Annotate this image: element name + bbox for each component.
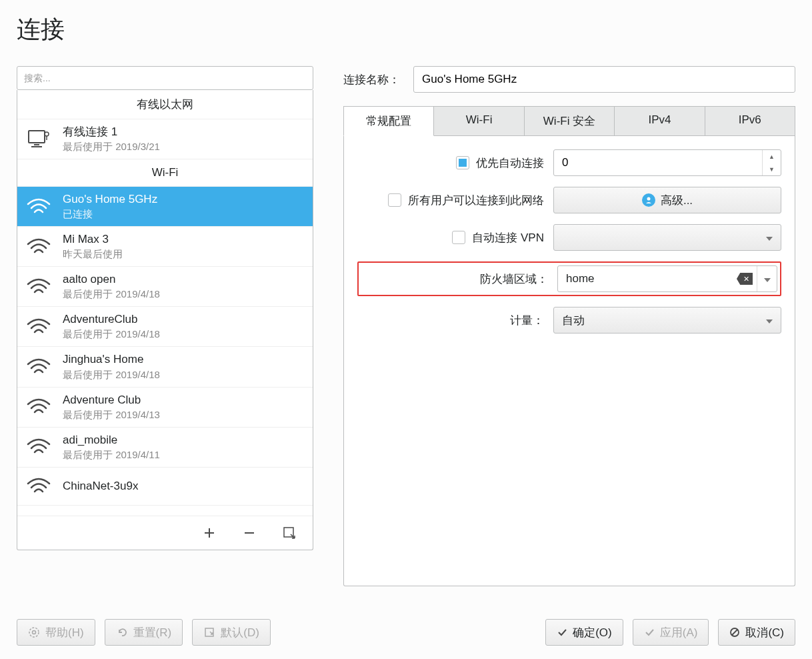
all-users-label: 所有用户可以连接到此网络 <box>408 193 544 208</box>
vpn-select[interactable] <box>553 224 781 251</box>
list-item[interactable]: Guo's Home 5GHz 已连接 <box>17 187 313 227</box>
connection-name-label: 连接名称： <box>343 72 400 87</box>
conn-sub: 最后使用于 2019/3/21 <box>63 139 160 153</box>
list-item[interactable]: Mi Max 3 昨天最后使用 <box>17 227 313 267</box>
help-button[interactable]: 帮助(H) <box>17 619 95 646</box>
connection-list[interactable]: 有线以太网 有线连接 1 最后使用于 2019/3/21 Wi-Fi <box>17 90 313 516</box>
stepper-down[interactable]: ▼ <box>763 163 781 175</box>
conn-sub: 昨天最后使用 <box>63 247 123 261</box>
wifi-icon <box>25 354 52 380</box>
conn-name: aalto open <box>63 272 160 287</box>
firewall-zone-label: 防火墙区域： <box>480 271 548 287</box>
tab-ipv6[interactable]: IPv6 <box>705 106 795 136</box>
zone-value: home <box>566 272 737 285</box>
reset-button[interactable]: 重置(R) <box>105 619 183 646</box>
connection-name-input[interactable] <box>413 66 795 93</box>
wifi-icon <box>25 394 52 420</box>
svg-rect-1 <box>34 144 39 145</box>
conn-name: Adventure Club <box>63 393 160 408</box>
wifi-icon <box>25 233 52 260</box>
add-button[interactable] <box>199 523 219 543</box>
list-item[interactable]: adi_mobile 最后使用于 2019/4/11 <box>17 428 313 468</box>
cancel-icon <box>729 627 740 638</box>
check-icon <box>644 627 655 638</box>
tabs: 常规配置 Wi-Fi Wi-Fi 安全 IPv4 IPv6 <box>343 106 795 136</box>
page-title: 连接 <box>0 0 812 66</box>
conn-sub: 最后使用于 2019/4/13 <box>63 408 160 422</box>
remove-button[interactable] <box>239 523 259 543</box>
svg-rect-12 <box>205 628 213 636</box>
svg-point-11 <box>33 631 36 634</box>
conn-name: Mi Max 3 <box>63 232 123 247</box>
wifi-icon <box>25 434 52 460</box>
tab-wifi[interactable]: Wi-Fi <box>434 106 524 136</box>
metered-select[interactable]: 自动 <box>553 307 781 334</box>
auto-vpn-label: 自动连接 VPN <box>472 230 544 245</box>
conn-name: AdventureClub <box>63 312 160 327</box>
tab-wifi-security[interactable]: Wi-Fi 安全 <box>525 106 615 136</box>
help-icon <box>28 626 40 638</box>
tab-general[interactable]: 常规配置 <box>343 106 434 136</box>
list-item[interactable]: Jinghua's Home 最后使用于 2019/4/18 <box>17 347 313 387</box>
user-icon <box>642 193 655 207</box>
list-item[interactable]: 有线连接 1 最后使用于 2019/3/21 <box>17 119 313 159</box>
cancel-button[interactable]: 取消(C) <box>718 619 795 646</box>
firewall-zone-select[interactable]: home ✕ <box>557 265 777 292</box>
svg-point-9 <box>647 197 650 201</box>
export-button[interactable] <box>279 523 299 543</box>
ok-button[interactable]: 确定(O) <box>545 619 623 646</box>
conn-name: adi_mobile <box>63 433 160 448</box>
general-panel: 优先自动连接 ▲ ▼ 所有用户可以连接到此网络 <box>343 136 795 586</box>
chevron-down-icon <box>766 231 773 244</box>
stepper-up[interactable]: ▲ <box>763 150 781 163</box>
wifi-icon <box>25 193 52 220</box>
svg-line-14 <box>732 630 737 635</box>
chevron-down-icon <box>766 313 773 327</box>
conn-name: Guo's Home 5GHz <box>63 192 157 207</box>
metered-value: 自动 <box>562 313 585 328</box>
svg-point-10 <box>29 628 39 637</box>
undo-icon <box>116 626 128 638</box>
chevron-down-icon[interactable] <box>757 266 777 291</box>
list-item[interactable]: AdventureClub 最后使用于 2019/4/18 <box>17 307 313 347</box>
section-header-wifi: Wi-Fi <box>17 159 313 187</box>
tab-ipv4[interactable]: IPv4 <box>615 106 705 136</box>
clear-icon[interactable]: ✕ <box>737 273 753 285</box>
apply-button[interactable]: 应用(A) <box>633 619 709 646</box>
ethernet-icon <box>25 126 52 153</box>
conn-sub: 最后使用于 2019/4/18 <box>63 287 160 301</box>
conn-sub: 已连接 <box>63 207 157 221</box>
svg-rect-2 <box>31 146 42 147</box>
search-input[interactable] <box>17 66 313 90</box>
conn-sub: 最后使用于 2019/4/11 <box>63 448 160 462</box>
auto-connect-label: 优先自动连接 <box>476 155 544 171</box>
auto-connect-checkbox[interactable] <box>456 156 469 169</box>
conn-sub: 最后使用于 2019/4/18 <box>63 368 160 382</box>
all-users-checkbox[interactable] <box>388 193 401 207</box>
svg-rect-0 <box>29 131 45 143</box>
priority-stepper[interactable]: ▲ ▼ <box>553 149 781 176</box>
advanced-button[interactable]: 高级... <box>553 187 781 213</box>
conn-name: ChinaNet-3u9x <box>63 479 138 494</box>
wifi-icon <box>25 473 52 500</box>
wifi-icon <box>25 273 52 300</box>
conn-sub: 最后使用于 2019/4/18 <box>63 327 160 341</box>
default-button[interactable]: 默认(D) <box>192 619 271 646</box>
section-header-ethernet: 有线以太网 <box>17 90 313 119</box>
conn-name: 有线连接 1 <box>63 125 160 139</box>
advanced-label: 高级... <box>661 193 693 208</box>
priority-input[interactable] <box>554 156 762 169</box>
list-item[interactable]: aalto open 最后使用于 2019/4/18 <box>17 267 313 307</box>
list-item[interactable]: Adventure Club 最后使用于 2019/4/13 <box>17 388 313 428</box>
conn-name: Jinghua's Home <box>63 352 160 367</box>
auto-vpn-checkbox[interactable] <box>452 231 465 244</box>
wifi-icon <box>25 313 52 340</box>
default-icon <box>203 626 215 638</box>
metered-label: 计量： <box>510 313 544 328</box>
check-icon <box>557 627 567 638</box>
list-item[interactable]: ChinaNet-3u9x <box>17 468 313 506</box>
